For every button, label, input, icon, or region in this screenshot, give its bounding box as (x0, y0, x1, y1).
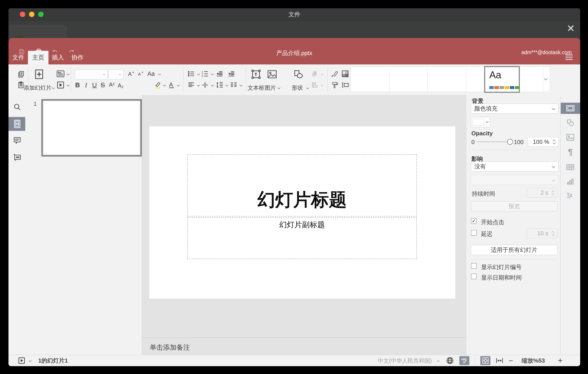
tab-file[interactable]: 文件 (11, 51, 26, 65)
slide[interactable]: 幻灯片标题 幻灯片副标题 (149, 126, 455, 299)
search-icon[interactable] (13, 103, 21, 111)
start-slideshow-status-icon[interactable] (18, 357, 25, 364)
subscript-button[interactable]: A₂ (118, 82, 124, 89)
show-date-time-checkbox[interactable] (471, 274, 477, 279)
start-slideshow-icon[interactable] (57, 81, 64, 88)
add-slide-label[interactable]: 添加幻灯片 (24, 84, 52, 91)
comments-icon[interactable] (13, 136, 21, 144)
theme-item[interactable] (350, 67, 390, 92)
start-on-click-checkbox[interactable]: ✓ (471, 218, 477, 224)
chart-settings-icon[interactable] (567, 178, 574, 186)
apply-to-all-button[interactable]: 适用于所有幻灯片 (471, 245, 557, 255)
zoom-out-button[interactable]: − (509, 356, 513, 365)
highlight-color-icon[interactable] (154, 81, 161, 89)
chevron-down-icon[interactable] (67, 72, 70, 75)
close-icon[interactable]: ✕ (566, 23, 576, 34)
slide-thumbnail[interactable] (41, 99, 142, 157)
chevron-down-icon[interactable] (211, 84, 214, 87)
theme-item[interactable] (427, 67, 466, 92)
color-scheme-icon[interactable] (341, 70, 349, 78)
menu-icon[interactable] (566, 55, 573, 60)
line-spacing-icon[interactable] (216, 81, 223, 89)
notes-placeholder[interactable]: 单击添加备注 (150, 343, 190, 352)
slide-settings-icon[interactable] (566, 105, 575, 112)
clear-style-icon[interactable] (331, 70, 338, 78)
chevron-down-icon[interactable] (52, 86, 55, 89)
font-size-select[interactable] (108, 70, 124, 79)
image-icon[interactable] (267, 70, 277, 78)
chevron-down-icon[interactable] (211, 72, 214, 75)
text-box-label[interactable]: 文本框 (248, 84, 264, 91)
opacity-slider-track[interactable] (476, 141, 510, 142)
chevron-down-icon[interactable] (277, 86, 280, 89)
spinner-down-icon[interactable] (553, 141, 556, 144)
language-selector[interactable]: 中文(中华人民共和国) (378, 357, 432, 364)
underline-button[interactable]: U (92, 81, 97, 89)
text-box-icon[interactable]: T (251, 70, 261, 79)
background-fill-select[interactable]: 颜色填充 (471, 104, 558, 114)
fit-to-width-button[interactable] (496, 357, 503, 364)
globe-icon[interactable] (446, 357, 454, 365)
shape-settings-icon[interactable] (566, 119, 574, 127)
strikethrough-button[interactable]: S (101, 81, 105, 89)
chevron-down-icon[interactable] (197, 84, 200, 87)
change-case-button[interactable]: Aa (147, 70, 155, 77)
chevron-down-icon[interactable] (320, 84, 323, 87)
delay-checkbox[interactable] (471, 230, 477, 236)
align-objects-icon[interactable] (311, 81, 319, 89)
chevron-down-icon[interactable] (29, 359, 32, 362)
shape-icon[interactable] (294, 70, 303, 79)
chevron-down-icon[interactable] (67, 84, 70, 87)
theme-gallery-expand[interactable] (543, 67, 550, 92)
theme-item-selected[interactable]: Aa (484, 66, 520, 93)
decrease-indent-icon[interactable] (216, 70, 223, 78)
increase-font-icon[interactable]: A (127, 70, 134, 77)
table-settings-icon[interactable] (566, 164, 574, 170)
fit-to-slide-button[interactable] (480, 356, 490, 365)
font-color-icon[interactable]: A (168, 81, 175, 89)
chevron-down-icon[interactable] (163, 84, 166, 87)
shape-label[interactable]: 形状 (292, 84, 303, 91)
increase-indent-icon[interactable] (228, 70, 235, 78)
title-placeholder[interactable]: 幻灯片标题 (187, 154, 417, 217)
decrease-font-icon[interactable]: A (137, 71, 143, 77)
chevron-down-icon[interactable] (320, 72, 323, 75)
text-art-settings-icon[interactable]: Ta (566, 191, 575, 199)
chevron-down-icon[interactable] (225, 84, 228, 87)
tab-collaboration[interactable]: 协作 (70, 51, 85, 65)
tab-insert[interactable]: 插入 (50, 51, 65, 65)
opacity-spinner[interactable]: 100 % (528, 137, 558, 147)
arrange-icon[interactable] (311, 70, 319, 78)
align-text-icon[interactable] (188, 81, 195, 89)
bold-button[interactable]: B (75, 81, 80, 89)
slide-size-icon[interactable] (341, 81, 349, 89)
chevron-down-icon[interactable] (240, 84, 242, 87)
chevron-down-icon[interactable] (158, 72, 161, 75)
image-settings-icon[interactable] (566, 134, 574, 141)
numbering-icon[interactable]: 123 (201, 70, 209, 78)
chevron-up-icon[interactable] (437, 360, 440, 363)
chat-icon[interactable] (13, 154, 21, 162)
slide-layout-icon[interactable] (56, 70, 64, 77)
tab-home[interactable]: 主页 (28, 51, 49, 65)
add-slide-icon[interactable] (35, 69, 43, 79)
chevron-down-icon[interactable] (306, 86, 309, 89)
superscript-button[interactable]: A² (109, 81, 115, 88)
bullets-icon[interactable] (188, 70, 195, 78)
image-label[interactable]: 图片 (265, 84, 276, 91)
columns-icon[interactable] (230, 81, 238, 89)
chevron-down-icon[interactable] (197, 72, 200, 75)
zoom-in-button[interactable]: + (558, 356, 563, 365)
subtitle-placeholder[interactable]: 幻灯片副标题 (187, 217, 417, 259)
show-slide-number-checkbox[interactable] (471, 263, 477, 269)
paragraph-settings-icon[interactable]: ¶ (568, 147, 573, 157)
effect-select[interactable]: 没有 (471, 162, 558, 172)
copy-icon[interactable] (17, 70, 25, 78)
copy-style-icon[interactable] (331, 81, 338, 89)
opacity-slider-knob[interactable] (507, 139, 513, 145)
font-name-select[interactable] (75, 70, 108, 79)
italic-button[interactable]: I (85, 81, 87, 89)
background-color-swatch[interactable] (471, 117, 490, 127)
spellcheck-toggle[interactable]: ABC (459, 356, 469, 365)
slides-icon[interactable] (13, 120, 21, 128)
